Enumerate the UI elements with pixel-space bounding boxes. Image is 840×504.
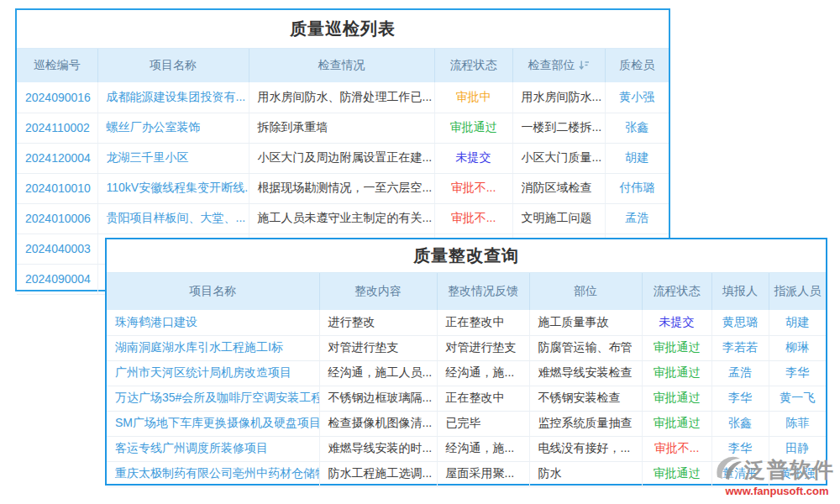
- cell-feedback: 正在整改中: [437, 386, 529, 411]
- cell-project[interactable]: 广州市天河区统计局机房改造项目: [107, 360, 319, 386]
- sort-icon[interactable]: [579, 60, 590, 73]
- cell-content: 难燃导线安装的时...: [319, 436, 437, 461]
- cell-status: 审批通过: [434, 113, 512, 143]
- cell-part: 难燃导线安装检查: [529, 360, 642, 386]
- col-header-project-name: 项目名称: [97, 49, 249, 82]
- cell-status: 未提交: [434, 143, 512, 173]
- cell-project[interactable]: 湖南洞庭湖水库引水工程施工I标: [107, 335, 319, 360]
- cell-reporter[interactable]: 张鑫: [711, 411, 769, 436]
- cell-status: 审批通过: [642, 461, 711, 486]
- col-header-check-part[interactable]: 检查部位: [512, 49, 605, 82]
- cell-content: 进行整改: [319, 310, 437, 335]
- cell-part: 防水: [529, 461, 642, 486]
- col-header-rectify-content: 整改内容: [319, 273, 437, 310]
- cell-feedback: 屋面采用聚...: [437, 461, 529, 486]
- cell-part: 不锈钢安装检查: [529, 386, 642, 411]
- cell-assignee[interactable]: 李华: [769, 360, 826, 386]
- cell-status: 审批不...: [642, 436, 711, 461]
- watermark: 泛普软件 www.fanpusoft.com: [714, 455, 840, 497]
- table-row[interactable]: 湖南洞庭湖水库引水工程施工I标对管进行垫支对管进行垫支防腐管运输、布管审批通过李…: [107, 335, 826, 360]
- table-row[interactable]: SM广场地下车库更换摄像机及硬盘项目检查摄像机图像清...已完毕监控系统质量抽查…: [107, 411, 826, 436]
- cell-feedback: 经沟通，施...: [437, 436, 529, 461]
- table-row[interactable]: 2024010010110kV安徽线程集变开断线...根据现场勘测情况，一至六层…: [17, 173, 669, 203]
- cell-id[interactable]: 2024110002: [17, 113, 97, 143]
- watermark-brand: 泛普软件: [744, 456, 835, 484]
- cell-inspector[interactable]: 孟浩: [605, 203, 669, 234]
- cell-situation: 拆除到承重墙: [249, 113, 434, 143]
- cell-status: 审批通过: [642, 360, 711, 386]
- cell-reporter[interactable]: 黄思璐: [711, 310, 769, 335]
- cell-id[interactable]: 2024040003: [17, 234, 97, 264]
- cell-situation: 施工人员未遵守业主制定的有关...: [249, 203, 434, 234]
- cell-assignee[interactable]: 黄一飞: [769, 386, 826, 411]
- cell-feedback: 经沟通，施...: [437, 360, 529, 386]
- cell-reporter[interactable]: 李华: [711, 386, 769, 411]
- cell-content: 不锈钢边框玻璃隔...: [319, 386, 437, 411]
- col-header-check-situation: 检查情况: [249, 49, 434, 82]
- cell-status: 审批中: [434, 82, 512, 113]
- cell-feedback: 正在整改中: [437, 310, 529, 335]
- cell-feedback: 已完毕: [437, 411, 529, 436]
- cell-project[interactable]: 万达广场35#会所及咖啡厅空调安装工程: [107, 386, 319, 411]
- table-row[interactable]: 万达广场35#会所及咖啡厅空调安装工程不锈钢边框玻璃隔...正在整改中不锈钢安装…: [107, 386, 826, 411]
- cell-inspector[interactable]: 胡建: [605, 143, 669, 173]
- cell-id[interactable]: 2024120004: [17, 143, 97, 173]
- cell-content: 对管进行垫支: [319, 335, 437, 360]
- rectify-window: 质量整改查询 项目名称 整改内容 整改情况反馈 部位 流程状态 填报人 指派人员…: [105, 238, 827, 486]
- cell-part: 一楼到二楼拆...: [512, 113, 605, 143]
- fanpu-logo-icon: [714, 455, 743, 484]
- cell-inspector[interactable]: 张鑫: [605, 113, 669, 143]
- cell-reporter[interactable]: 孟浩: [711, 360, 769, 386]
- table-row[interactable]: 珠海鹤港口建设进行整改正在整改中施工质量事故未提交黄思璐胡建: [107, 310, 826, 335]
- cell-status: 审批通过: [642, 411, 711, 436]
- col-header-flow-status: 流程状态: [642, 273, 711, 310]
- cell-reporter[interactable]: 李若若: [711, 335, 769, 360]
- table-row[interactable]: 2024090016成都能源建设集团投资有...用水房间防水、防滑处理工作已..…: [17, 82, 669, 113]
- cell-id[interactable]: 2024090004: [17, 264, 97, 294]
- table-row[interactable]: 2024010006贵阳项目样板间、大堂、...施工人员未遵守业主制定的有关..…: [17, 203, 669, 234]
- col-header-reporter: 填报人: [711, 273, 769, 310]
- cell-status: 审批通过: [642, 335, 711, 360]
- cell-project[interactable]: SM广场地下车库更换摄像机及硬盘项目: [107, 411, 319, 436]
- watermark-url: www.fanpusoft.com: [714, 485, 840, 497]
- cell-project[interactable]: 龙湖三千里小区: [97, 143, 249, 173]
- cell-id[interactable]: 2024090016: [17, 82, 97, 113]
- cell-inspector[interactable]: 付伟璐: [605, 173, 669, 203]
- cell-id[interactable]: 2024010006: [17, 203, 97, 234]
- table-row[interactable]: 2024110002螺丝厂办公室装饰拆除到承重墙审批通过一楼到二楼拆...张鑫: [17, 113, 669, 143]
- cell-project[interactable]: 客运专线广州调度所装修项目: [107, 436, 319, 461]
- cell-project[interactable]: 贵阳项目样板间、大堂、...: [97, 203, 249, 234]
- cell-part: 消防区域检查: [512, 173, 605, 203]
- table-row[interactable]: 2024120004龙湖三千里小区小区大门及周边附属设置正在建...未提交小区大…: [17, 143, 669, 173]
- cell-content: 检查摄像机图像清...: [319, 411, 437, 436]
- inspection-header-row: 巡检编号 项目名称 检查情况 流程状态 检查部位 质检员: [17, 49, 669, 82]
- cell-project[interactable]: 螺丝厂办公室装饰: [97, 113, 249, 143]
- cell-situation: 用水房间防水、防滑处理工作已...: [249, 82, 434, 113]
- col-header-part: 部位: [529, 273, 642, 310]
- cell-part: 文明施工问题: [512, 203, 605, 234]
- cell-assignee[interactable]: 柳琳: [769, 335, 826, 360]
- cell-assignee[interactable]: 陈菲: [769, 411, 826, 436]
- cell-project[interactable]: 成都能源建设集团投资有...: [97, 82, 249, 113]
- cell-project[interactable]: 重庆太极制药有限公司亳州中药材仓储物流: [107, 461, 319, 486]
- cell-status: 审批通过: [642, 386, 711, 411]
- cell-situation: 根据现场勘测情况，一至六层空...: [249, 173, 434, 203]
- cell-project[interactable]: 110kV安徽线程集变开断线...: [97, 173, 249, 203]
- cell-assignee[interactable]: 胡建: [769, 310, 826, 335]
- cell-id[interactable]: 2024010010: [17, 173, 97, 203]
- cell-project[interactable]: 珠海鹤港口建设: [107, 310, 319, 335]
- cell-status: 审批不...: [434, 203, 512, 234]
- cell-content: 经沟通，施工人员...: [319, 360, 437, 386]
- cell-part: 小区大门质量...: [512, 143, 605, 173]
- cell-inspector[interactable]: 黄小强: [605, 82, 669, 113]
- cell-part: 防腐管运输、布管: [529, 335, 642, 360]
- cell-part: 监控系统质量抽查: [529, 411, 642, 436]
- cell-status: 审批不...: [434, 173, 512, 203]
- cell-part: 施工质量事故: [529, 310, 642, 335]
- table-row[interactable]: 广州市天河区统计局机房改造项目经沟通，施工人员...经沟通，施...难燃导线安装…: [107, 360, 826, 386]
- cell-feedback: 对管进行垫支: [437, 335, 529, 360]
- cell-part: 用水房间防水...: [512, 82, 605, 113]
- cell-status: 未提交: [642, 310, 711, 335]
- inspection-window-title: 质量巡检列表: [17, 10, 669, 49]
- rectify-header-row: 项目名称 整改内容 整改情况反馈 部位 流程状态 填报人 指派人员: [107, 273, 826, 310]
